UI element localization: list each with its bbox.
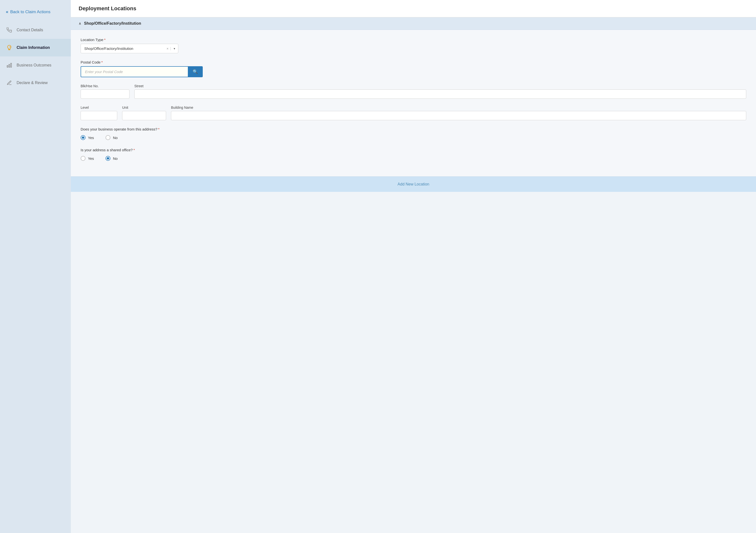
unit-group: Unit (122, 105, 166, 120)
unit-label: Unit (122, 105, 166, 109)
svg-rect-3 (7, 66, 8, 67)
claim-information-label: Claim Information (16, 45, 50, 50)
street-label: Street (134, 84, 746, 88)
piggy-bank-icon (6, 44, 13, 51)
collapse-icon[interactable]: ∧ (79, 21, 81, 25)
section-header: ∧ Shop/Office/Factory/Institution (71, 17, 756, 30)
sidebar: « Back to Claim Actions Contact Details … (0, 0, 71, 533)
svg-point-0 (10, 47, 10, 47)
business-operate-section: Does your business operate from this add… (81, 127, 746, 140)
business-operate-yes-radio[interactable] (81, 135, 86, 140)
shared-office-no-option[interactable]: No (105, 156, 118, 161)
shared-office-yes-radio[interactable] (81, 156, 86, 161)
business-operate-question: Does your business operate from this add… (81, 127, 746, 131)
location-type-required: * (104, 38, 105, 42)
business-operate-yes-option[interactable]: Yes (81, 135, 94, 140)
location-type-select[interactable]: Shop/Office/Factory/Institution × ▾ (81, 44, 178, 53)
location-type-dropdown-icon[interactable]: ▾ (171, 47, 178, 50)
postal-code-required: * (101, 60, 103, 64)
blk-hse-input[interactable] (81, 90, 129, 99)
add-new-location-label: Add New Location (398, 182, 429, 186)
phone-icon (6, 27, 13, 34)
address-grid-row1: Blk/Hse No. Street (81, 84, 746, 99)
unit-input[interactable] (122, 111, 166, 120)
shared-office-question: Is your address a shared office?* (81, 148, 746, 152)
page-title: Deployment Locations (71, 0, 756, 17)
business-outcomes-label: Business Outcomes (16, 63, 51, 68)
add-new-location-button[interactable]: Add New Location (71, 177, 756, 192)
content-area: ∧ Shop/Office/Factory/Institution Locati… (71, 17, 756, 533)
declare-review-label: Declare & Review (16, 81, 48, 85)
level-label: Level (81, 105, 117, 109)
shared-office-section: Is your address a shared office?* Yes No (81, 148, 746, 161)
shared-office-no-radio-inner (107, 157, 109, 159)
business-operate-radio-group: Yes No (81, 135, 746, 140)
business-operate-no-label: No (113, 136, 118, 140)
postal-code-input-row: 🔍 (81, 66, 203, 77)
section-title: Shop/Office/Factory/Institution (84, 21, 141, 26)
svg-rect-1 (11, 63, 12, 68)
postal-code-input[interactable] (81, 66, 188, 77)
chart-bar-icon (6, 62, 13, 69)
shared-office-yes-option[interactable]: Yes (81, 156, 94, 161)
shared-office-yes-label: Yes (88, 156, 94, 160)
sidebar-item-contact-details[interactable]: Contact Details (0, 21, 71, 39)
back-link-label: Back to Claim Actions (10, 10, 50, 14)
contact-details-label: Contact Details (16, 28, 43, 32)
shared-office-no-radio[interactable] (105, 156, 110, 161)
sidebar-item-business-outcomes[interactable]: Business Outcomes (0, 56, 71, 74)
business-operate-no-option[interactable]: No (105, 135, 118, 140)
sidebar-item-claim-information[interactable]: Claim Information (0, 39, 71, 56)
building-name-input[interactable] (171, 111, 746, 120)
address-row-1: Blk/Hse No. Street (81, 84, 746, 99)
location-type-value: Shop/Office/Factory/Institution (81, 44, 165, 53)
location-type-row: Location Type* Shop/Office/Factory/Insti… (81, 38, 746, 53)
shared-office-no-label: No (113, 156, 118, 160)
main-content: Deployment Locations ∧ Shop/Office/Facto… (71, 0, 756, 533)
street-input[interactable] (134, 90, 746, 99)
level-input[interactable] (81, 111, 117, 120)
building-name-group: Building Name (171, 105, 746, 120)
street-group: Street (134, 84, 746, 99)
postal-code-label: Postal Code* (81, 60, 746, 64)
svg-rect-2 (9, 64, 10, 67)
address-grid-row2: Level Unit Building Name (81, 105, 746, 120)
business-operate-yes-label: Yes (88, 136, 94, 140)
back-to-claim-actions-link[interactable]: « Back to Claim Actions (0, 2, 71, 21)
blk-hse-label: Blk/Hse No. (81, 84, 129, 88)
shared-office-radio-group: Yes No (81, 156, 746, 161)
building-name-label: Building Name (171, 105, 746, 109)
location-type-clear-icon[interactable]: × (165, 47, 171, 51)
sidebar-item-declare-review[interactable]: Declare & Review (0, 74, 71, 92)
search-icon: 🔍 (193, 69, 198, 74)
business-operate-yes-radio-inner (82, 136, 84, 139)
postal-code-search-button[interactable]: 🔍 (188, 66, 203, 77)
address-row-2: Level Unit Building Name (81, 105, 746, 120)
form-area: Location Type* Shop/Office/Factory/Insti… (71, 30, 756, 177)
pen-icon (6, 79, 13, 86)
business-operate-no-radio[interactable] (105, 135, 110, 140)
level-group: Level (81, 105, 117, 120)
location-type-label: Location Type* (81, 38, 746, 42)
back-chevron-icon: « (6, 9, 8, 14)
postal-code-row: Postal Code* 🔍 (81, 60, 746, 77)
blk-hse-group: Blk/Hse No. (81, 84, 129, 99)
